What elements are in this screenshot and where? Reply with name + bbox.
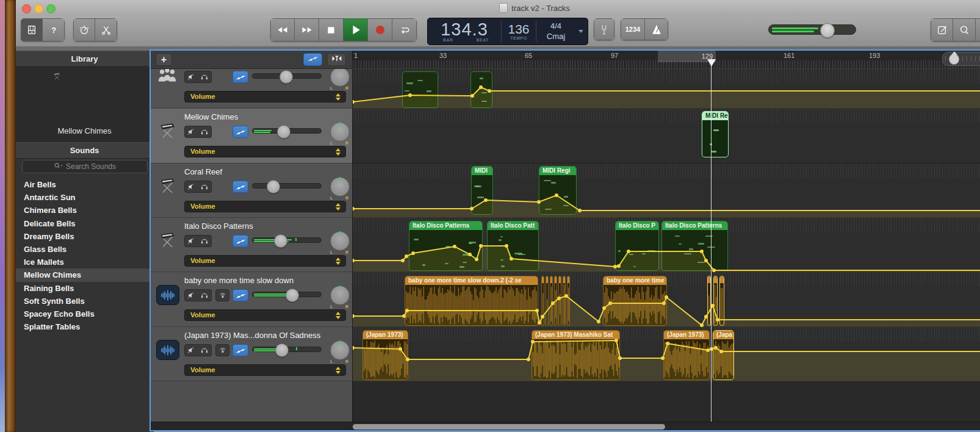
audio-region[interactable] [563,276,566,326]
minimize-button[interactable] [34,4,43,13]
automation-parameter-select[interactable]: Volume [184,201,346,212]
audio-region[interactable] [541,276,544,326]
pan-knob[interactable] [330,69,350,87]
media-browser-button[interactable] [976,18,980,41]
playhead-marker[interactable] [707,59,716,67]
empty-arrange-area[interactable] [353,381,980,422]
midi-region[interactable]: MIDI Regi [539,166,577,215]
track-lane[interactable] [353,109,980,164]
track-automation-toggle[interactable] [232,181,248,193]
count-in-button[interactable]: 1234 [621,18,645,40]
audio-region[interactable]: (Japa [713,330,734,380]
rewind-button[interactable] [270,18,295,41]
automation-parameter-select[interactable]: Volume [184,309,346,321]
track-header-row[interactable]: Italo Disco PatternsLRVolume [151,218,353,272]
audio-region[interactable] [719,276,724,326]
zoom-button[interactable] [46,4,56,13]
lcd-mode-chevron[interactable] [575,30,586,33]
track-header-row[interactable]: LRVolume [151,69,353,109]
stop-button[interactable] [319,18,344,41]
audio-region[interactable] [558,276,561,326]
volume-knob[interactable] [275,344,289,357]
sounds-list-item[interactable]: Chimera Bells [16,204,153,217]
metronome-button[interactable] [645,18,668,40]
loop-browser-button[interactable] [953,18,976,41]
sounds-list-item[interactable]: Spacey Echo Bells [16,308,153,320]
track-header-row[interactable]: baby one more time slow downLRVolume [151,272,353,327]
volume-knob[interactable] [267,180,280,193]
sounds-list-item[interactable]: Dreamy Bells [16,230,153,243]
master-volume-slider[interactable] [768,24,856,35]
track-header-row[interactable]: Coral ReefLRVolume [151,164,353,218]
horizontal-scrollbar[interactable] [151,422,980,431]
midi-region[interactable]: MIDI Re [702,111,729,157]
audio-region[interactable] [554,276,557,326]
audio-region[interactable]: baby one more time [603,276,667,326]
automation-parameter-select[interactable]: Volume [184,146,346,157]
volume-knob[interactable] [286,289,299,302]
volume-knob[interactable] [274,234,287,248]
track-lane[interactable] [353,69,980,109]
audio-region[interactable] [713,276,718,326]
volume-knob[interactable] [279,70,293,84]
sounds-list-item[interactable]: Ice Mallets [16,256,153,268]
audio-region[interactable] [550,276,553,326]
close-button[interactable] [22,4,31,13]
scrollbar-thumb[interactable] [353,424,665,430]
forward-button[interactable] [295,18,319,41]
track-header-row[interactable]: (Japan 1973) Mas...donna Of SadnessLRVol… [151,327,353,381]
record-button[interactable] [368,18,392,41]
mute-button[interactable] [184,235,198,247]
solo-button[interactable] [198,71,212,83]
track-automation-toggle[interactable] [232,289,248,301]
audio-region[interactable] [567,276,570,326]
timeline-ruler[interactable]: 1336597161193225129 [353,51,980,69]
audio-region[interactable] [546,276,549,326]
solo-button[interactable] [198,344,212,356]
sounds-list-item[interactable]: Mellow Chimes [16,268,153,281]
midi-region[interactable]: Italo Disco Patt [487,221,539,271]
search-sounds-field[interactable]: Search Sounds [22,160,148,173]
play-button[interactable] [344,18,368,41]
solo-button[interactable] [198,289,212,301]
note-pad-button[interactable] [931,18,953,41]
automation-parameter-select[interactable]: Volume [184,91,346,103]
mute-button[interactable] [184,126,198,138]
quick-help-button[interactable]: ? [43,18,65,41]
sounds-list-item[interactable]: Antarctic Sun [16,191,153,204]
smart-controls-button[interactable] [73,18,95,41]
sounds-list-item[interactable]: Glass Bells [16,243,153,256]
pan-knob[interactable] [330,122,350,142]
track-header-row[interactable]: Mellow ChimesLRVolume [151,109,353,164]
track-automation-toggle[interactable] [232,126,248,138]
midi-region[interactable]: MIDI [471,166,493,215]
sounds-list-item[interactable]: Delicate Bells [16,217,153,230]
audio-region[interactable]: baby one more time slow down.2 (-2 se [405,276,538,326]
solo-button[interactable] [198,235,212,247]
sounds-list-item[interactable]: Splatter Tables [16,320,153,333]
pan-knob[interactable] [330,231,350,251]
automation-parameter-select[interactable]: Volume [184,255,346,267]
playhead-line[interactable] [711,59,712,422]
editor-button[interactable] [95,18,117,41]
solo-button[interactable] [198,181,212,193]
automation-parameter-select[interactable]: Volume [184,364,346,376]
horizontal-zoom-slider[interactable] [942,52,980,66]
track-automation-toggle[interactable] [232,235,248,247]
track-volume-slider[interactable] [252,183,322,189]
mute-button[interactable] [184,71,198,83]
pan-knob[interactable] [330,177,350,196]
audio-region[interactable]: (Japan 1973) [362,330,408,380]
zoom-handle[interactable] [949,54,959,65]
sounds-list-item[interactable]: Soft Synth Bells [16,295,153,308]
mute-button[interactable] [184,344,198,356]
input-monitoring-button[interactable] [215,289,229,301]
input-monitoring-button[interactable] [215,344,229,356]
volume-knob[interactable] [277,125,290,139]
sounds-list-item[interactable]: Raining Bells [16,282,153,295]
cycle-button[interactable] [392,18,417,41]
tuner-button[interactable] [594,18,614,40]
show-automation-button[interactable] [303,53,322,66]
library-toggle-button[interactable] [21,18,43,41]
track-automation-toggle[interactable] [232,71,248,83]
